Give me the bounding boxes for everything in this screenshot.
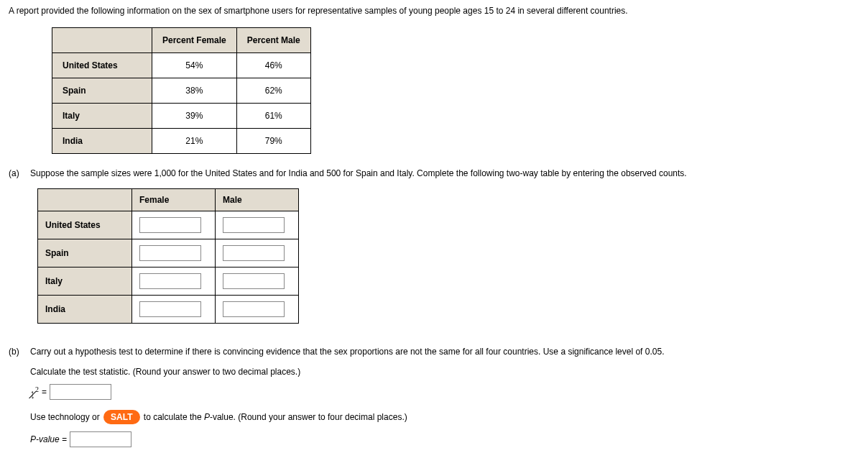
row-country: Italy <box>38 267 132 296</box>
italy-male-input[interactable] <box>223 273 285 289</box>
table-row: United States <box>38 211 299 239</box>
table-row: India <box>38 296 299 324</box>
table-row: Spain 38% 62% <box>52 78 311 104</box>
calc-text: Calculate the test statistic. (Round you… <box>30 367 859 377</box>
row-country: India <box>38 296 132 324</box>
salt-post-text: to calculate the P-value. (Round your an… <box>142 412 407 422</box>
us-male-input[interactable] <box>223 217 285 233</box>
part-a-text: Suppose the sample sizes were 1,000 for … <box>30 168 859 178</box>
india-male-input[interactable] <box>223 301 285 317</box>
corner-cell <box>38 189 132 211</box>
part-b-text: Carry out a hypothesis test to determine… <box>30 347 859 357</box>
cell-male: 62% <box>236 78 310 104</box>
salt-pre-text: Use technology or <box>30 412 102 422</box>
row-country: India <box>52 129 152 154</box>
part-b-label: (b) <box>9 347 30 357</box>
part-a-label: (a) <box>9 168 30 178</box>
cell-female: 21% <box>152 129 237 154</box>
row-country: Spain <box>38 239 132 267</box>
entry-table: Female Male United States Spain Italy In… <box>37 188 299 324</box>
table-row: India 21% 79% <box>52 129 311 154</box>
india-female-input[interactable] <box>139 301 201 317</box>
pvalue-label: P-value = <box>30 434 67 444</box>
table-row: Italy 39% 61% <box>52 104 311 129</box>
row-country: Italy <box>52 104 152 129</box>
spain-male-input[interactable] <box>223 245 285 261</box>
italy-female-input[interactable] <box>139 273 201 289</box>
salt-badge[interactable]: SALT <box>103 410 139 424</box>
col-female: Percent Female <box>152 28 237 53</box>
cell-female: 39% <box>152 104 237 129</box>
table-row: Italy <box>38 267 299 296</box>
cell-female: 54% <box>152 53 237 78</box>
spain-female-input[interactable] <box>139 245 201 261</box>
row-country: United States <box>52 53 152 78</box>
table-row: United States 54% 46% <box>52 53 311 78</box>
corner-cell <box>52 28 152 53</box>
pvalue-input[interactable] <box>70 431 131 447</box>
intro-text: A report provided the following informat… <box>9 6 859 16</box>
col-male: Male <box>216 189 299 211</box>
chi-square-input[interactable] <box>50 384 111 400</box>
col-male: Percent Male <box>236 28 310 53</box>
cell-male: 79% <box>236 129 310 154</box>
chi-symbol: 𝜒2 <box>30 385 39 399</box>
row-country: Spain <box>52 78 152 104</box>
cell-male: 46% <box>236 53 310 78</box>
cell-female: 38% <box>152 78 237 104</box>
percent-table: Percent Female Percent Male United State… <box>52 27 311 154</box>
table-row: Spain <box>38 239 299 267</box>
equals-sign: = <box>42 387 47 397</box>
cell-male: 61% <box>236 104 310 129</box>
us-female-input[interactable] <box>139 217 201 233</box>
row-country: United States <box>38 211 132 239</box>
col-female: Female <box>132 189 216 211</box>
